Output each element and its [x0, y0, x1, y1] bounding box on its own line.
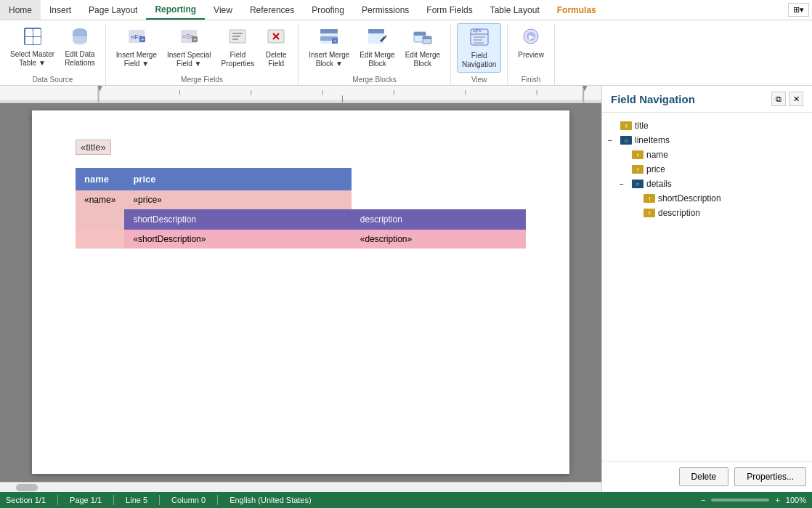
field-icon-description: f: [643, 208, 656, 218]
edit-data-icon: [70, 26, 90, 49]
tree-item-title[interactable]: f title: [602, 118, 812, 133]
select-master-table-label: Select MasterTable ▼: [10, 50, 54, 68]
edit-merge-block2-btn[interactable]: Edit MergeBlock: [401, 23, 444, 71]
menu-references[interactable]: References: [241, 0, 303, 20]
field-nav-footer: Delete Properties...: [602, 461, 812, 492]
svg-rect-31: [423, 36, 431, 39]
sub-data-indent: [76, 230, 124, 249]
status-section: Section 1/1: [6, 496, 46, 504]
sub-header-desc: description: [352, 209, 526, 230]
insert-merge-block-btn[interactable]: + Insert MergeBlock ▼: [304, 23, 354, 71]
edit-data-relations-btn[interactable]: Edit DataRelations: [60, 23, 100, 70]
ribbon-group-merge-blocks: + Insert MergeBlock ▼ Edit MergeBlock Ed…: [299, 23, 451, 85]
status-sep-2: [113, 495, 114, 505]
data-price: «price»: [124, 190, 351, 209]
svg-rect-29: [414, 32, 426, 36]
insert-merge-field-btn[interactable]: «F»+ Insert MergeField ▼: [112, 23, 161, 71]
insert-special-field-btn[interactable]: «S»+ Insert SpecialField ▼: [163, 23, 216, 71]
preview-btn[interactable]: ▶ Preview: [513, 23, 548, 63]
field-navigation-label: FieldNavigation: [462, 52, 496, 69]
menu-view[interactable]: View: [205, 0, 241, 20]
merge-fields-label: Merge Fields: [112, 74, 292, 85]
field-navigation-icon: «F»: [469, 27, 490, 50]
insert-merge-block-label: Insert MergeBlock ▼: [309, 51, 349, 68]
delete-field-btn[interactable]: DeleteField: [260, 23, 292, 71]
tree-item-details[interactable]: − ○ details: [614, 177, 812, 191]
view-label: View: [457, 74, 501, 85]
menu-home[interactable]: Home: [0, 0, 41, 20]
zoom-out-icon[interactable]: −: [701, 496, 705, 504]
expand-lineitems[interactable]: −: [608, 137, 620, 145]
field-properties-icon: [227, 26, 248, 49]
svg-rect-45: [342, 95, 343, 102]
sub-data-shortdesc: «shortDescription»: [124, 230, 351, 249]
edit-merge-block2-icon: [413, 26, 433, 49]
zoom-in-icon[interactable]: +: [775, 496, 779, 504]
tree-item-shortdesc[interactable]: f shortDescription: [625, 191, 812, 206]
tree-item-lineitems[interactable]: − ○ lineItems: [602, 133, 812, 148]
svg-text:▶: ▶: [529, 33, 535, 41]
select-master-table-icon: [23, 26, 43, 49]
tree-label-name: name: [646, 150, 668, 160]
svg-rect-42: [0, 100, 601, 102]
menu-reporting[interactable]: Reporting: [146, 0, 205, 20]
document-page: «title» name price «name» «price» shortD…: [32, 110, 569, 474]
field-nav-title: Field Navigation: [611, 93, 695, 105]
ruler-svg: | | | | | |: [0, 86, 601, 102]
menu-bar: Home Insert Page Layout Reporting View R…: [0, 0, 812, 20]
tree-item-description[interactable]: f description: [625, 206, 812, 220]
menu-permissions[interactable]: Permissions: [353, 0, 418, 20]
delete-field-icon: [266, 26, 286, 49]
status-column: Column 0: [171, 496, 206, 504]
field-icon-name: f: [631, 150, 644, 160]
field-nav-close-btn[interactable]: ✕: [789, 92, 803, 106]
tree-item-price[interactable]: f price: [614, 162, 812, 177]
svg-text:|: |: [465, 89, 466, 96]
menu-insert[interactable]: Insert: [41, 0, 80, 20]
ribbon-group-view: «F» FieldNavigation View: [451, 23, 508, 85]
status-sep-3: [159, 495, 160, 505]
field-icon-title: f: [620, 121, 633, 131]
tree-item-name[interactable]: f name: [614, 148, 812, 162]
header-name: name: [76, 168, 124, 190]
merge-blocks-label: Merge Blocks: [304, 74, 444, 85]
menu-page-layout[interactable]: Page Layout: [80, 0, 146, 20]
tree-label-title: title: [635, 121, 649, 131]
sub-header-row: shortDescription description: [76, 209, 526, 230]
table-header-row: name price: [76, 168, 526, 190]
field-navigation-btn[interactable]: «F» FieldNavigation: [457, 23, 501, 73]
field-nav-restore-btn[interactable]: ⧉: [771, 92, 786, 106]
h-scrollbar[interactable]: [0, 482, 601, 492]
delete-btn[interactable]: Delete: [679, 467, 729, 486]
edit-merge-block-btn[interactable]: Edit MergeBlock: [355, 23, 399, 71]
menu-formulas[interactable]: Formulas: [548, 0, 605, 20]
data-source-label: Data Source: [6, 74, 100, 85]
tree-area[interactable]: f title − ○ lineItems f name f price: [602, 113, 812, 461]
menu-proofing[interactable]: Proofing: [303, 0, 353, 20]
sub-data-desc: «description»: [352, 230, 526, 249]
merge-table: name price «name» «price» shortDescripti…: [76, 168, 526, 249]
status-line: Line 5: [126, 496, 147, 504]
field-properties-label: FieldProperties: [222, 51, 255, 68]
expand-details[interactable]: −: [620, 180, 631, 188]
doc-scroll-area[interactable]: «title» name price «name» «price» shortD…: [0, 103, 601, 482]
menu-table-layout[interactable]: Table Layout: [482, 0, 548, 20]
svg-rect-22: [320, 29, 338, 33]
layout-toggle-btn[interactable]: ⊞▾: [788, 3, 809, 17]
field-properties-btn[interactable]: FieldProperties: [217, 23, 259, 71]
svg-text:|: |: [322, 89, 323, 96]
tree-label-details: details: [646, 179, 672, 189]
properties-btn[interactable]: Properties...: [734, 467, 806, 486]
zoom-level: 100%: [786, 496, 806, 504]
svg-text:«F»: «F»: [473, 28, 482, 33]
tree-label-shortdesc: shortDescription: [658, 193, 721, 203]
svg-text:|: |: [251, 89, 252, 96]
zoom-slider[interactable]: [711, 499, 769, 501]
status-sep-4: [217, 495, 218, 505]
select-master-table-btn[interactable]: Select MasterTable ▼: [6, 23, 59, 70]
svg-rect-27: [368, 29, 384, 33]
ribbon-group-merge-fields: «F»+ Insert MergeField ▼ «S»+ Insert Spe…: [106, 23, 299, 85]
edit-data-label: Edit DataRelations: [65, 50, 95, 68]
delete-field-label: DeleteField: [266, 51, 287, 68]
menu-form-fields[interactable]: Form Fields: [418, 0, 481, 20]
